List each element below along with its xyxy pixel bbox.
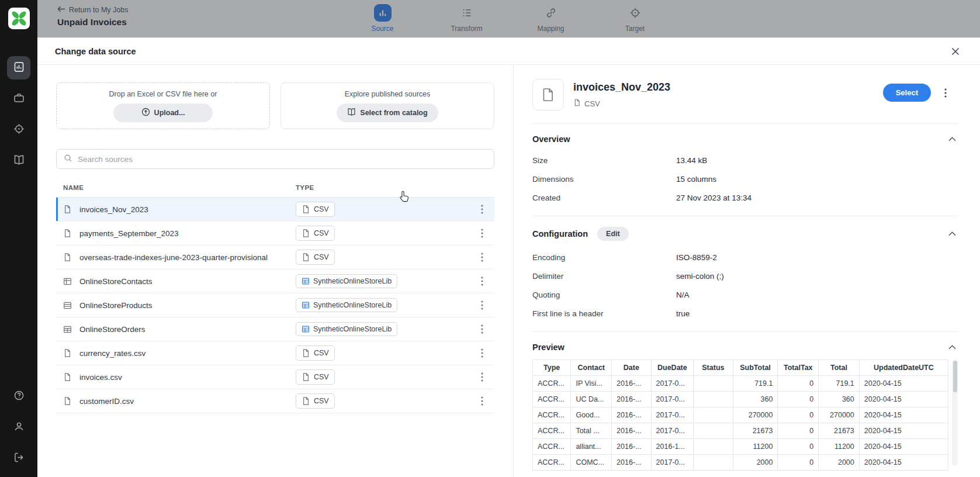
preview-cell: 2020-04-15: [859, 423, 948, 439]
detail-value: N/A: [676, 291, 690, 300]
overview-heading: Overview: [532, 134, 570, 144]
row-kebab-icon[interactable]: [475, 250, 490, 265]
detail-row: Size 13.44 kB: [532, 151, 958, 170]
upload-button[interactable]: Upload...: [113, 103, 213, 122]
book-icon: [13, 154, 25, 168]
configuration-section: Configuration Edit Encoding ISO-8859-2 D…: [532, 216, 958, 331]
sidebar-item-logout[interactable]: [7, 447, 30, 470]
detail-label: Delimiter: [532, 272, 676, 281]
sidebar-item-catalog[interactable]: [7, 149, 30, 172]
preview-cell: Total ...: [571, 423, 612, 439]
collapse-configuration-icon[interactable]: [947, 230, 958, 238]
step-label: Transform: [451, 25, 482, 33]
preview-col-header: DueDate: [651, 360, 694, 376]
return-link-label: Return to My Jobs: [69, 6, 128, 14]
preview-cell: 2017-0...: [651, 455, 694, 471]
catalog-button-label: Select from catalog: [360, 109, 427, 117]
preview-table-wrap: TypeContactDateDueDateStatusSubTotalTota…: [532, 360, 958, 471]
source-row[interactable]: OnlineStoreContacts SyntheticOnlineStore…: [56, 269, 494, 293]
detail-label: Size: [532, 156, 676, 165]
row-kebab-icon[interactable]: [475, 369, 490, 385]
preview-cell: 2016-...: [612, 392, 652, 407]
return-to-jobs-link[interactable]: Return to My Jobs: [57, 6, 128, 14]
badge-label: CSV: [314, 229, 329, 237]
sidebar-item-help[interactable]: [7, 385, 30, 408]
row-kebab-icon[interactable]: [475, 345, 490, 361]
step-target[interactable]: Target: [616, 4, 655, 33]
preview-col-header: UpdatedDateUTC: [859, 360, 948, 376]
preview-scrollbar-thumb[interactable]: [953, 361, 957, 392]
type-badge: CSV: [296, 250, 335, 265]
preview-scrollbar[interactable]: [952, 360, 958, 466]
source-row[interactable]: overseas-trade-indexes-june-2023-quarter…: [56, 246, 494, 269]
source-row[interactable]: payments_September_2023 CSV: [56, 222, 494, 246]
row-kebab-icon[interactable]: [475, 274, 490, 289]
row-kebab-icon[interactable]: [475, 393, 490, 409]
csv-file-icon: [573, 99, 581, 108]
select-from-catalog-button[interactable]: Select from catalog: [337, 103, 438, 122]
logout-icon: [13, 451, 25, 466]
preview-cell: ACCR...: [533, 407, 571, 423]
file-dropzone[interactable]: Drop an Excel or CSV file here or Upload…: [56, 82, 270, 129]
collapse-preview-icon[interactable]: [947, 343, 958, 351]
select-button[interactable]: Select: [883, 84, 931, 102]
preview-cell: 2016-...: [612, 455, 652, 471]
badge-label: CSV: [314, 253, 329, 261]
source-row[interactable]: invoices.csv CSV: [56, 365, 494, 389]
sidebar-item-jobs[interactable]: [7, 56, 30, 80]
step-mapping[interactable]: Mapping: [532, 4, 570, 33]
step-transform[interactable]: Transform: [448, 4, 486, 33]
preview-cell: 0: [778, 392, 819, 407]
type-badge: SyntheticOnlineStoreLib: [296, 322, 397, 336]
preview-col-header: TotalTax: [778, 360, 819, 376]
detail-actions: Select: [883, 84, 958, 102]
details-kebab-icon[interactable]: [938, 85, 953, 101]
step-source[interactable]: Source: [363, 4, 402, 33]
preview-cell: ACCR...: [533, 455, 571, 471]
sidebar-nav: [7, 56, 30, 172]
type-badge: SyntheticOnlineStoreLib: [296, 274, 397, 288]
upload-options: Drop an Excel or CSV file here or Upload…: [56, 82, 494, 129]
source-row[interactable]: OnlineStoreProducts SyntheticOnlineStore…: [56, 293, 494, 317]
edit-button[interactable]: Edit: [597, 227, 629, 241]
source-format: CSV: [573, 99, 670, 108]
type-badge: CSV: [296, 345, 335, 361]
preview-cell: [694, 455, 733, 471]
file-icon: [63, 372, 74, 382]
library-table-icon: [302, 277, 310, 285]
modal-title: Change data source: [55, 47, 136, 56]
row-kebab-icon[interactable]: [475, 202, 490, 217]
modal-header: Change data source: [37, 38, 980, 65]
preview-cell: 2017-0...: [651, 376, 694, 392]
source-row[interactable]: OnlineStoreOrders SyntheticOnlineStoreLi…: [56, 317, 494, 341]
sources-rows: invoices_Nov_2023 CSV payments_September…: [56, 198, 494, 413]
detail-value: 15 columns: [676, 175, 716, 184]
sidebar: [0, 0, 37, 477]
detail-value: 13.44 kB: [676, 156, 707, 165]
preview-cell: 270000: [819, 407, 860, 423]
row-kebab-icon[interactable]: [475, 298, 490, 313]
close-icon[interactable]: [948, 44, 962, 58]
source-row[interactable]: invoices_Nov_2023 CSV: [56, 198, 494, 222]
preview-cell: [694, 407, 733, 423]
collapse-overview-icon[interactable]: [947, 135, 958, 143]
type-badge: CSV: [296, 226, 335, 241]
column-header-name: NAME: [56, 184, 296, 191]
app-logo[interactable]: [8, 8, 30, 29]
sidebar-item-deployments[interactable]: [7, 118, 30, 141]
preview-row: ACCR...COMC...2016-...2017-0...200002000…: [533, 455, 948, 471]
file-icon: [63, 205, 74, 214]
source-step-icon: [374, 4, 392, 22]
job-header: Return to My Jobs Unpaid Invoices Source…: [37, 0, 980, 37]
source-row[interactable]: customerID.csv CSV: [56, 389, 494, 413]
row-kebab-icon[interactable]: [475, 226, 490, 241]
source-row[interactable]: currency_rates.csv CSV: [56, 341, 494, 365]
search-input[interactable]: [78, 155, 487, 164]
sidebar-item-projects[interactable]: [7, 87, 30, 110]
badge-label: CSV: [314, 373, 329, 381]
detail-label: Dimensions: [532, 175, 676, 184]
badge-label: CSV: [314, 205, 329, 213]
row-kebab-icon[interactable]: [475, 322, 490, 337]
sidebar-item-user[interactable]: [7, 416, 30, 439]
configuration-heading: Configuration: [532, 229, 588, 238]
